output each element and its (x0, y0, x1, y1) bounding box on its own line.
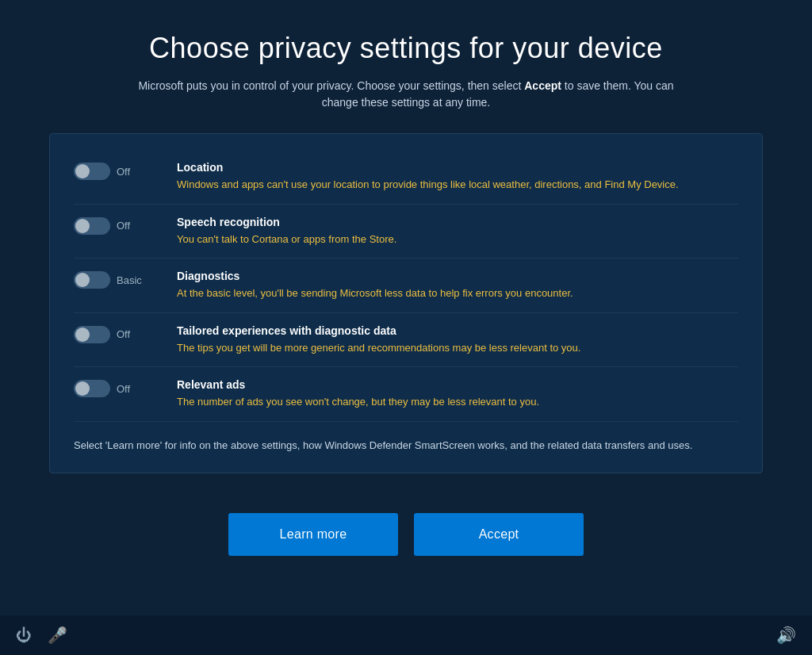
toggle-label-speech: Off (117, 220, 130, 232)
toggle-location[interactable] (74, 163, 110, 180)
toggle-label-diagnostics: Basic (117, 274, 142, 286)
setting-title-diagnostics: Diagnostics (177, 270, 738, 282)
setting-desc-tailored: The tips you get will be more generic an… (177, 340, 738, 356)
accept-button[interactable]: Accept (414, 513, 584, 556)
toggle-tailored[interactable] (74, 326, 110, 343)
setting-desc-ads: The number of ads you see won't change, … (177, 394, 738, 410)
toggle-area-speech: Off (74, 216, 161, 235)
setting-content-speech: Speech recognition You can't talk to Cor… (177, 216, 738, 247)
setting-row-tailored: Off Tailored experiences with diagnostic… (74, 313, 738, 368)
taskbar-left: ⏻ 🎤 (16, 626, 67, 645)
toggle-ads[interactable] (74, 380, 110, 397)
power-icon[interactable]: ⏻ (16, 626, 32, 645)
toggle-label-location: Off (117, 166, 130, 178)
subtitle-text-normal: Microsoft puts you in control of your pr… (138, 79, 524, 92)
toggle-speech[interactable] (74, 217, 110, 235)
toggle-diagnostics[interactable] (74, 271, 110, 289)
setting-content-diagnostics: Diagnostics At the basic level, you'll b… (177, 270, 738, 301)
setting-row-ads: Off Relevant ads The number of ads you s… (74, 367, 738, 422)
taskbar-right: 🔊 (776, 626, 796, 645)
main-container: Choose privacy settings for your device … (0, 0, 812, 655)
settings-box: Off Location Windows and apps can't use … (49, 133, 763, 473)
buttons-area: Learn more Accept (228, 513, 584, 556)
toggle-area-diagnostics: Basic (74, 270, 161, 289)
setting-title-speech: Speech recognition (177, 216, 738, 228)
setting-title-ads: Relevant ads (177, 378, 738, 391)
toggle-area-location: Off (74, 161, 161, 180)
setting-row-diagnostics: Basic Diagnostics At the basic level, yo… (74, 259, 738, 313)
microphone-icon[interactable]: 🎤 (48, 626, 67, 645)
learn-more-button[interactable]: Learn more (228, 513, 398, 556)
setting-content-location: Location Windows and apps can't use your… (177, 161, 738, 193)
subtitle-accept-bold: Accept (524, 79, 561, 92)
toggle-area-ads: Off (74, 378, 161, 397)
page-subtitle: Microsoft puts you in control of your pr… (128, 78, 684, 111)
toggle-area-tailored: Off (74, 324, 161, 343)
footer-note: Select 'Learn more' for info on the abov… (74, 435, 738, 454)
toggle-label-tailored: Off (117, 328, 130, 340)
setting-desc-location: Windows and apps can't use your location… (177, 177, 738, 193)
setting-desc-speech: You can't talk to Cortana or apps from t… (177, 232, 738, 247)
toggle-label-ads: Off (117, 383, 130, 395)
setting-desc-diagnostics: At the basic level, you'll be sending Mi… (177, 285, 738, 301)
setting-content-ads: Relevant ads The number of ads you see w… (177, 378, 738, 410)
setting-content-tailored: Tailored experiences with diagnostic dat… (177, 324, 738, 356)
taskbar: ⏻ 🎤 🔊 (0, 615, 812, 655)
setting-title-tailored: Tailored experiences with diagnostic dat… (177, 324, 738, 337)
volume-icon[interactable]: 🔊 (776, 626, 796, 644)
setting-row-location: Off Location Windows and apps can't use … (74, 150, 738, 205)
setting-row-speech: Off Speech recognition You can't talk to… (74, 205, 738, 259)
setting-title-location: Location (177, 161, 738, 174)
page-title: Choose privacy settings for your device (149, 32, 663, 65)
